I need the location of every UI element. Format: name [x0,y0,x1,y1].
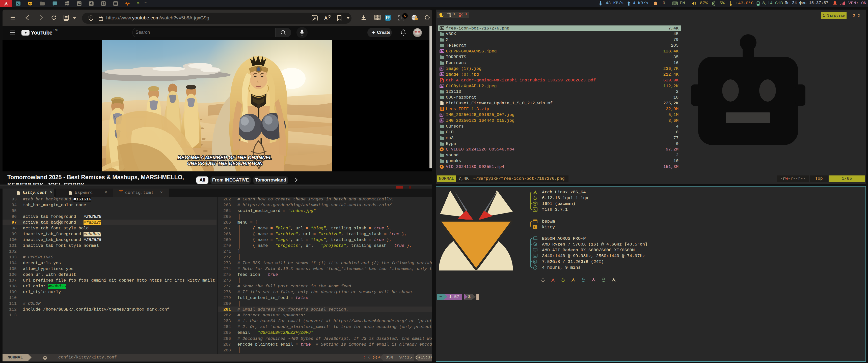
svg-text:P: P [441,80,442,82]
svg-text:BECOME A MEMBER OF THE CHANNEL: BECOME A MEMBER OF THE CHANNEL [178,155,272,160]
svg-text:CHECK OUT THE DESCRIPTION: CHECK OUT THE DESCRIPTION [187,161,263,166]
